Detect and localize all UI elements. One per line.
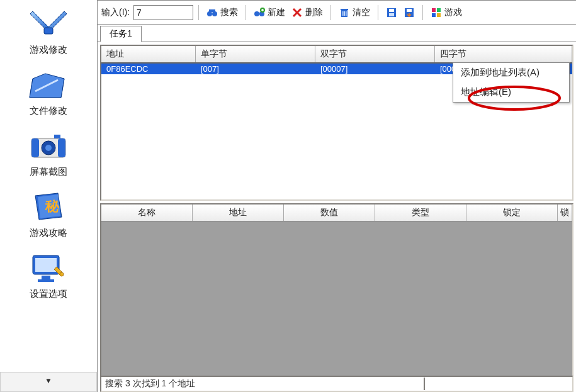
delete-button[interactable]: 删除 [289, 6, 325, 20]
result-table-header: 地址 单字节 双字节 四字节 [101, 46, 572, 64]
clear-button[interactable]: 清空 [336, 6, 373, 20]
svg-text:秘: 秘 [45, 198, 60, 214]
toolbar-separator [378, 5, 378, 20]
sidebar-item-guide[interactable]: 秘 游戏攻略 [26, 188, 71, 239]
svg-point-5 [45, 145, 52, 151]
svg-rect-23 [346, 11, 347, 16]
sidebar-label-guide: 游戏攻略 [30, 227, 67, 239]
col-address[interactable]: 地址 [101, 46, 196, 62]
svg-rect-21 [342, 11, 344, 16]
sidebar-more-arrow[interactable]: ▼ [0, 372, 97, 392]
svg-rect-0 [44, 28, 53, 34]
svg-rect-32 [437, 13, 441, 17]
delete-label: 删除 [305, 7, 323, 18]
binoculars-plus-icon [254, 7, 265, 18]
status-text: 搜索 3 次找到 1 个地址 [105, 378, 195, 389]
sidebar-label-screenshot: 屏幕截图 [30, 166, 67, 178]
gcol-lock[interactable]: 锁定 [466, 204, 558, 221]
svg-rect-15 [209, 9, 215, 12]
context-menu: 添加到地址列表(A) 地址编辑(E) [453, 62, 570, 103]
trash-icon [339, 7, 350, 18]
new-button[interactable]: 新建 [251, 6, 288, 20]
svg-rect-28 [407, 9, 412, 12]
tab-task-1[interactable]: 任务1 [100, 26, 142, 42]
delete-x-icon [291, 7, 303, 18]
svg-rect-26 [389, 13, 394, 16]
sidebar-label-settings: 设置选项 [30, 288, 67, 300]
content-area: 输入(I): 搜索 新建 删除 [98, 0, 576, 392]
tab-strip: 任务1 [98, 25, 576, 42]
toolbar: 输入(I): 搜索 新建 删除 [98, 1, 576, 25]
gcol-value[interactable]: 数值 [284, 204, 375, 221]
status-separator [424, 378, 425, 390]
sidebar-item-game-edit[interactable]: 游戏修改 [26, 5, 71, 56]
svg-point-12 [60, 272, 64, 276]
svg-rect-9 [35, 258, 57, 272]
col-2byte[interactable]: 双字节 [315, 46, 435, 62]
grid-body[interactable] [101, 221, 572, 388]
save-button-1[interactable] [383, 6, 400, 20]
svg-rect-29 [432, 8, 436, 12]
game-button[interactable]: 游戏 [428, 6, 465, 20]
svg-rect-6 [54, 135, 60, 138]
toolbar-separator [330, 5, 331, 20]
sidebar-label-file-edit: 文件修改 [30, 105, 67, 117]
folder-icon [26, 66, 71, 104]
svg-rect-10 [42, 276, 50, 279]
svg-rect-3 [58, 138, 65, 157]
save-button-2[interactable] [401, 6, 417, 20]
gcol-lock2[interactable]: 锁 [558, 204, 572, 221]
svg-rect-22 [344, 11, 346, 16]
toolbar-separator [198, 5, 199, 20]
ctx-edit-address[interactable]: 地址编辑(E) [453, 82, 569, 102]
col-4byte[interactable]: 四字节 [435, 46, 572, 62]
floppy-arrow-icon [404, 7, 415, 18]
svg-rect-25 [389, 9, 394, 12]
sidebar-item-file-edit[interactable]: 文件修改 [26, 66, 71, 117]
svg-rect-20 [341, 9, 348, 10]
gcol-type[interactable]: 类型 [375, 204, 466, 221]
cell-address: 0F86ECDC [101, 64, 196, 74]
ctx-add-to-list[interactable]: 添加到地址列表(A) [453, 63, 569, 82]
address-list-grid: 名称 地址 数值 类型 锁定 锁 [100, 203, 573, 389]
svg-point-14 [212, 11, 217, 16]
gcol-name[interactable]: 名称 [101, 204, 193, 221]
toolbar-separator [246, 5, 246, 20]
gcol-address[interactable]: 地址 [193, 204, 284, 221]
palette-icon [431, 7, 442, 18]
svg-rect-11 [38, 279, 54, 282]
camera-icon [26, 127, 71, 165]
grid-header: 名称 地址 数值 类型 锁定 锁 [101, 204, 572, 221]
sidebar-label-game-edit: 游戏修改 [30, 44, 67, 56]
sidebar: 游戏修改 文件修改 [0, 0, 98, 392]
swords-icon [26, 5, 71, 43]
svg-rect-31 [432, 13, 436, 17]
status-bar: 搜索 3 次找到 1 个地址 [100, 376, 573, 392]
sidebar-item-settings[interactable]: 设置选项 [26, 249, 71, 300]
svg-point-13 [207, 11, 212, 16]
monitor-wrench-icon [26, 249, 71, 287]
search-button[interactable]: 搜索 [204, 6, 240, 20]
clear-label: 清空 [353, 7, 370, 18]
col-1byte[interactable]: 单字节 [196, 46, 315, 62]
svg-rect-2 [31, 138, 39, 157]
cell-2byte: [00007] [315, 64, 435, 74]
toolbar-separator [422, 5, 423, 20]
sidebar-item-screenshot[interactable]: 屏幕截图 [26, 127, 71, 178]
input-label: 输入(I): [101, 7, 130, 18]
new-label: 新建 [268, 7, 285, 18]
game-label: 游戏 [444, 7, 462, 18]
svg-point-16 [254, 11, 259, 16]
book-icon: 秘 [26, 188, 71, 226]
cell-1byte: [007] [196, 64, 315, 74]
search-label: 搜索 [220, 7, 238, 18]
svg-rect-30 [437, 8, 441, 12]
result-table: 地址 单字节 双字节 四字节 0F86ECDC [007] [00007] [0… [100, 45, 573, 201]
floppy-icon [386, 7, 397, 18]
binoculars-icon [206, 7, 218, 18]
search-input[interactable] [133, 5, 193, 20]
